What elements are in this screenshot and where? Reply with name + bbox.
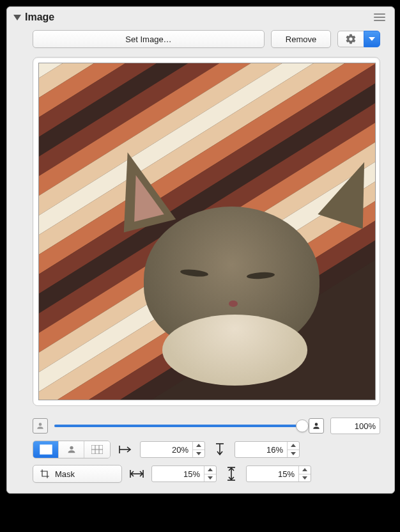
offset-y-stepper[interactable]: 16% [235,441,300,458]
opacity-min-icon [33,418,48,434]
fit-mode-fit-button[interactable] [59,441,84,458]
width-down[interactable] [204,474,216,482]
offset-y-down[interactable] [288,450,299,458]
svg-rect-1 [42,446,50,453]
grid-icon [91,445,103,454]
width-stepper[interactable]: 15% [151,465,217,482]
settings-split-button [337,31,380,47]
fit-row-1: 20% 16% [33,441,380,458]
height-icon [223,466,240,481]
panel-header: Image [7,7,394,26]
width-icon [128,469,145,479]
settings-dropdown-button[interactable] [364,31,380,47]
height-stepper[interactable]: 15% [246,465,311,482]
width-up[interactable] [204,466,216,474]
offset-y-value: 16% [235,442,287,457]
offset-x-down[interactable] [193,450,204,458]
image-inspector-panel: Image Set Image… Remove [6,6,395,494]
image-preview [38,63,376,400]
remove-label: Remove [286,35,316,44]
settings-gear-button[interactable] [337,31,364,47]
mask-button[interactable]: Mask [33,465,122,483]
offset-x-up[interactable] [193,442,204,450]
remove-button[interactable]: Remove [271,30,331,48]
image-well[interactable] [33,57,380,406]
fit-fill-icon [40,444,52,455]
fit-row-2: Mask 15% 15% [33,465,380,483]
opacity-max-icon [309,418,324,434]
panel-title: Image [25,12,54,23]
height-value: 15% [247,466,298,481]
opacity-value[interactable]: 100% [330,418,380,434]
opacity-slider[interactable] [54,419,302,432]
offset-y-icon [212,442,228,457]
fit-mode-tile-button[interactable] [84,441,110,458]
fit-mode-fill-button[interactable] [33,441,59,458]
height-up[interactable] [299,466,311,474]
disclosure-triangle-icon[interactable] [13,15,21,20]
offset-y-up[interactable] [288,442,299,450]
offset-x-icon [117,444,134,455]
crop-icon [40,469,50,479]
width-value: 15% [152,466,204,481]
offset-x-value: 20% [141,442,192,457]
set-image-label: Set Image… [125,35,171,44]
fit-person-icon [66,444,77,455]
opacity-row: 100% [33,418,380,434]
panel-menu-icon[interactable] [371,11,388,24]
image-actions-row: Set Image… Remove [7,26,394,52]
fit-mode-segmented [33,441,111,458]
image-controls: 100% 20% [7,411,394,493]
mask-label: Mask [55,469,75,479]
gear-icon [345,33,357,45]
offset-x-stepper[interactable]: 20% [140,441,205,458]
set-image-button[interactable]: Set Image… [33,30,265,48]
chevron-down-icon [369,37,375,41]
height-down[interactable] [299,474,311,482]
